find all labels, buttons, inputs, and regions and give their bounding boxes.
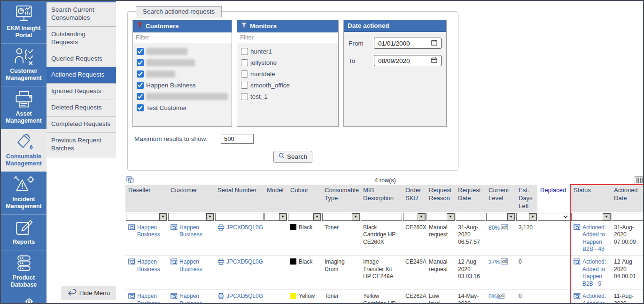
filter-input-level[interactable] bbox=[487, 213, 507, 220]
monitor-item-test-1[interactable]: test_1 bbox=[241, 93, 334, 100]
customer-checkbox[interactable] bbox=[137, 93, 144, 100]
column-header-est-days-left[interactable]: Est. Days Left bbox=[516, 185, 537, 212]
sidebar-item-incident-management[interactable]: Incident Management bbox=[1, 172, 47, 215]
monitor-checkbox[interactable] bbox=[241, 59, 248, 66]
column-header-serial-number[interactable]: Serial Number bbox=[215, 185, 264, 212]
filter-input-mib[interactable] bbox=[361, 213, 402, 220]
monitor-item-smooth-office[interactable]: smooth_office bbox=[241, 82, 334, 89]
column-header-order-sku[interactable]: Order SKU bbox=[403, 185, 426, 212]
menu-item-outstanding-requests[interactable]: Outstanding Requests bbox=[47, 27, 116, 51]
serial-number-link[interactable]: JPCXD5QL0G bbox=[217, 224, 261, 233]
monitors-filter-input[interactable] bbox=[237, 32, 338, 43]
dropdown-arrow-icon[interactable] bbox=[352, 213, 359, 220]
filter-input-days[interactable] bbox=[517, 213, 529, 220]
serial-number-link[interactable]: JPCXD5QL0G bbox=[217, 293, 261, 302]
filter-input-model[interactable] bbox=[265, 213, 279, 220]
dropdown-arrow-icon[interactable] bbox=[206, 213, 214, 220]
customer-item-redacted-1[interactable] bbox=[137, 59, 228, 66]
column-header-customer[interactable]: Customer bbox=[168, 185, 215, 212]
customer-item-test-customer[interactable]: Test Customer bbox=[137, 104, 228, 111]
current-level-link[interactable]: 0% bbox=[489, 293, 513, 301]
dropdown-arrow-icon[interactable] bbox=[279, 213, 287, 220]
chart-icon[interactable] bbox=[501, 224, 508, 233]
monitor-checkbox[interactable] bbox=[241, 93, 248, 100]
monitor-item-mortdale[interactable]: mortdale bbox=[241, 70, 334, 78]
customer-checkbox[interactable] bbox=[137, 104, 144, 111]
serial-number-link[interactable]: JPCXD5QL0G bbox=[217, 258, 261, 267]
chart-icon[interactable] bbox=[501, 258, 508, 267]
filter-input-reason[interactable] bbox=[427, 213, 447, 220]
sidebar-item-product-database[interactable]: Product Database bbox=[1, 250, 47, 293]
filter-input-sku[interactable] bbox=[403, 213, 418, 220]
tab-search-actioned-requests[interactable]: Search actioned requests bbox=[136, 6, 222, 17]
dropdown-arrow-icon[interactable] bbox=[603, 213, 610, 220]
sidebar-item-asset-management[interactable]: Asset Management bbox=[1, 86, 47, 129]
dropdown-arrow-icon[interactable] bbox=[313, 213, 321, 220]
search-button[interactable]: Search bbox=[273, 151, 312, 163]
customer-item-redacted-2[interactable] bbox=[137, 70, 228, 78]
column-header-request-date[interactable]: Request Date bbox=[455, 185, 486, 212]
monitor-item-jellystone[interactable]: jellystone bbox=[241, 59, 334, 66]
date-to-input[interactable]: 08/09/2020 bbox=[374, 55, 442, 66]
status-link[interactable]: Actioned: Added to Happen B2B - 5 bbox=[574, 258, 608, 288]
hide-menu-button[interactable]: Hide Menu bbox=[61, 286, 116, 300]
column-chooser-icon[interactable] bbox=[635, 176, 643, 184]
dropdown-arrow-icon[interactable] bbox=[507, 213, 515, 220]
max-results-input[interactable] bbox=[221, 134, 254, 144]
reseller-link[interactable]: Happen Business bbox=[128, 293, 165, 303]
column-header-mib-description[interactable]: MIB Description bbox=[360, 185, 403, 212]
column-header-replaced[interactable]: Replaced bbox=[537, 185, 571, 212]
filter-input-req_date[interactable] bbox=[456, 213, 485, 220]
customer-item-happen-business[interactable]: Happen Business bbox=[137, 82, 228, 89]
sidebar-item-ekm-insight-portal[interactable]: EKM Insight Portal bbox=[1, 1, 47, 44]
customer-item-redacted-4[interactable] bbox=[137, 93, 228, 100]
sidebar-item-consumable-management[interactable]: Consumable Management bbox=[1, 129, 47, 172]
menu-item-queried-requests[interactable]: Queried Requests bbox=[47, 51, 116, 68]
sidebar-item-system-administration[interactable]: System Administration bbox=[1, 293, 47, 304]
customer-link[interactable]: Happen Business bbox=[171, 258, 212, 273]
customer-link[interactable]: Happen Business bbox=[171, 293, 212, 303]
monitor-checkbox[interactable] bbox=[241, 82, 248, 89]
menu-item-actioned-requests[interactable]: Actioned Requests bbox=[47, 67, 116, 84]
column-header-model[interactable]: Model bbox=[264, 185, 287, 212]
calendar-icon[interactable] bbox=[431, 57, 437, 64]
filter-input-type[interactable] bbox=[323, 213, 352, 220]
customer-checkbox[interactable] bbox=[137, 48, 144, 55]
filter-input-actioned_date[interactable] bbox=[612, 213, 643, 220]
dropdown-arrow-icon[interactable] bbox=[418, 213, 425, 220]
dropdown-arrow-icon[interactable] bbox=[159, 213, 167, 220]
menu-item-previous-request-batches[interactable]: Previous Request Batches bbox=[47, 133, 116, 157]
menu-item-completed-requests[interactable]: Completed Requests bbox=[47, 117, 116, 133]
menu-item-search-current-consumables[interactable]: Search Current Consumables bbox=[47, 2, 116, 27]
column-header-colour[interactable]: Colour bbox=[287, 185, 322, 212]
menu-item-ignored-requests[interactable]: Ignored Requests bbox=[47, 84, 116, 100]
calendar-icon[interactable] bbox=[431, 39, 437, 47]
reseller-link[interactable]: Happen Business bbox=[128, 224, 165, 239]
filter-select-replaced[interactable] bbox=[538, 213, 570, 221]
customer-checkbox[interactable] bbox=[137, 82, 144, 89]
customer-item-redacted-0[interactable] bbox=[137, 48, 228, 55]
menu-item-deleted-requests[interactable]: Deleted Requests bbox=[47, 100, 116, 117]
column-header-reseller[interactable]: Reseller bbox=[125, 185, 168, 212]
filter-input-reseller[interactable] bbox=[126, 213, 159, 220]
column-header-consumable-type[interactable]: Consumable Type bbox=[322, 185, 360, 212]
sidebar-item-reports[interactable]: Reports bbox=[1, 215, 47, 250]
filter-input-serial[interactable] bbox=[216, 213, 263, 220]
customers-filter-input[interactable] bbox=[133, 32, 232, 43]
dropdown-arrow-icon[interactable] bbox=[529, 213, 536, 220]
filter-input-customer[interactable] bbox=[169, 213, 206, 220]
column-header-actioned-date[interactable]: Actioned Date bbox=[611, 185, 643, 212]
monitor-checkbox[interactable] bbox=[241, 70, 248, 78]
column-header-request-reason[interactable]: Request Reason bbox=[426, 185, 455, 212]
chart-icon[interactable] bbox=[497, 293, 504, 301]
column-header-current-level[interactable]: Current Level bbox=[486, 185, 516, 212]
column-header-status[interactable]: Status bbox=[571, 185, 611, 212]
customer-checkbox[interactable] bbox=[137, 70, 144, 78]
customer-link[interactable]: Happen Business bbox=[171, 224, 212, 239]
monitor-checkbox[interactable] bbox=[241, 48, 248, 55]
date-from-input[interactable]: 01/01/2000 bbox=[374, 38, 442, 49]
filter-input-status[interactable] bbox=[572, 213, 603, 220]
reseller-link[interactable]: Happen Business bbox=[128, 258, 165, 273]
filter-input-colour[interactable] bbox=[288, 213, 313, 220]
sidebar-item-customer-management[interactable]: Customer Management bbox=[1, 44, 47, 86]
